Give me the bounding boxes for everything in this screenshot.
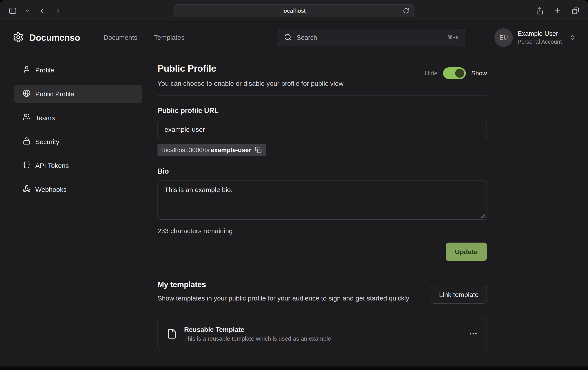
bio-field-wrap: This is an example bio. <box>158 181 487 220</box>
search-input[interactable] <box>296 34 442 41</box>
globe-icon <box>23 89 31 99</box>
back-icon[interactable] <box>38 7 46 15</box>
browser-toolbar: localhost <box>0 0 588 22</box>
template-info: Reusable Template This is a reusable tem… <box>184 326 333 342</box>
update-button[interactable]: Update <box>446 243 487 261</box>
sidebar-item-teams[interactable]: Teams <box>14 109 142 127</box>
toggle-hide-label: Hide <box>425 70 438 77</box>
forward-icon[interactable] <box>54 7 62 15</box>
toggle-knob <box>455 69 464 78</box>
users-icon <box>23 113 31 123</box>
brand[interactable]: Documenso <box>12 31 80 44</box>
template-card[interactable]: Reusable Template This is a reusable tem… <box>158 317 487 351</box>
global-search[interactable]: ⌘+K <box>278 29 465 46</box>
account-menu[interactable]: EU Example User Personal Account <box>494 28 576 47</box>
search-shortcut-hint: ⌘+K <box>447 34 459 41</box>
url-slug: example-user <box>211 146 251 154</box>
braces-icon <box>23 161 31 170</box>
copy-icon[interactable] <box>255 147 262 153</box>
profile-url-input[interactable] <box>158 120 487 139</box>
ellipsis-icon[interactable] <box>469 329 478 339</box>
chevrons-up-down-icon <box>569 34 576 41</box>
app-header: Documenso Documents Templates ⌘+K EU Exa… <box>0 22 588 53</box>
profile-visibility-toggle[interactable] <box>443 67 466 79</box>
sidebar-item-label: Webhooks <box>35 186 67 193</box>
sidebar-item-label: Teams <box>35 114 55 122</box>
page-head: Public Profile You can choose to enable … <box>158 63 487 87</box>
account-type: Personal Account <box>517 39 562 45</box>
url-prefix: localhost:3000/p/ <box>162 146 210 154</box>
visibility-toggle-group: Hide Show <box>425 67 487 79</box>
top-nav: Documents Templates <box>104 34 185 41</box>
template-description: This is a reusable template which is use… <box>184 335 333 342</box>
page-head-text: Public Profile You can choose to enable … <box>158 63 345 87</box>
sidebar-item-label: Public Profile <box>35 90 74 98</box>
profile-url-preview: localhost:3000/p/ example-user <box>158 144 266 156</box>
share-icon[interactable] <box>536 7 544 15</box>
page-subtitle: You can choose to enable or disable your… <box>158 80 345 87</box>
file-icon <box>167 329 177 339</box>
section-divider <box>158 95 487 95</box>
address-bar[interactable]: localhost <box>174 4 414 17</box>
gear-logo-icon <box>12 31 24 44</box>
sidebar-item-label: Security <box>35 138 59 146</box>
nav-templates[interactable]: Templates <box>154 34 185 41</box>
templates-title: My templates <box>158 280 409 289</box>
link-template-button[interactable]: Link template <box>431 286 487 304</box>
templates-head-text: My templates Show templates in your publ… <box>158 280 409 302</box>
user-icon <box>23 65 31 75</box>
account-name: Example User <box>517 30 562 37</box>
address-url: localhost <box>283 7 305 14</box>
search-icon <box>284 33 292 42</box>
browser-window: localhost Documenso Documents <box>0 0 588 370</box>
toolbar-chevron-down-icon[interactable] <box>25 8 30 13</box>
webhook-icon <box>23 185 31 194</box>
resize-grip[interactable] <box>481 214 485 218</box>
characters-remaining: 233 characters remaining <box>158 227 487 235</box>
bio-label: Bio <box>158 167 487 175</box>
toolbar-left-group <box>9 7 62 15</box>
sidebar-item-public-profile[interactable]: Public Profile <box>14 85 142 103</box>
templates-head: My templates Show templates in your publ… <box>158 280 487 304</box>
templates-description: Show templates in your public profile fo… <box>158 294 409 302</box>
sidebar-item-label: Profile <box>35 66 54 74</box>
reload-icon[interactable] <box>403 8 409 14</box>
brand-name: Documenso <box>29 32 80 43</box>
sidebar-toggle-icon[interactable] <box>9 7 17 15</box>
avatar: EU <box>494 28 513 47</box>
template-name: Reusable Template <box>184 326 333 333</box>
account-text: Example User Personal Account <box>517 30 562 45</box>
toggle-show-label: Show <box>471 70 487 77</box>
update-row: Update <box>158 243 487 261</box>
bio-textarea[interactable]: This is an example bio. <box>158 181 487 220</box>
sidebar-item-webhooks[interactable]: Webhooks <box>14 181 142 198</box>
sidebar-item-security[interactable]: Security <box>14 133 142 151</box>
tabs-overview-icon[interactable] <box>572 7 579 15</box>
profile-url-label: Public profile URL <box>158 106 487 115</box>
main-content: Public Profile You can choose to enable … <box>142 53 588 367</box>
settings-sidebar: Profile Public Profile Teams Security AP… <box>0 53 142 367</box>
new-tab-icon[interactable] <box>554 7 561 14</box>
window-bottom-edge <box>0 367 588 370</box>
sidebar-item-api-tokens[interactable]: API Tokens <box>14 157 142 175</box>
page-title: Public Profile <box>158 63 345 74</box>
lock-icon <box>23 137 31 146</box>
page-body: Profile Public Profile Teams Security AP… <box>0 53 588 367</box>
toolbar-right-group <box>536 7 579 15</box>
sidebar-item-profile[interactable]: Profile <box>14 61 142 79</box>
nav-documents[interactable]: Documents <box>104 34 137 41</box>
sidebar-item-label: API Tokens <box>35 162 69 170</box>
